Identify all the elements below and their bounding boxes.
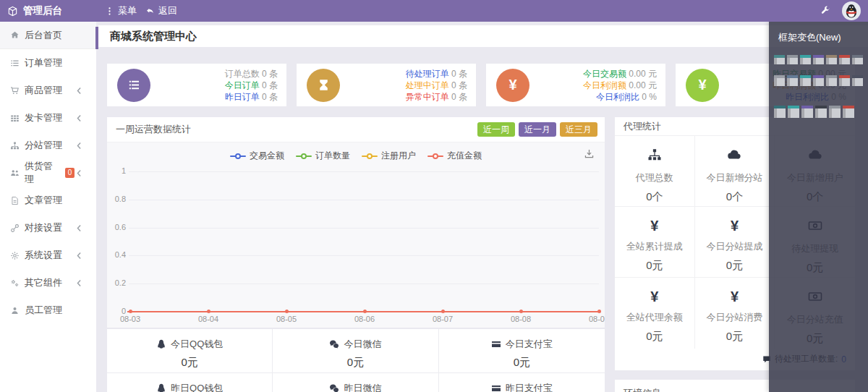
wrench-icon[interactable]	[820, 6, 830, 16]
theme-swatch[interactable]	[829, 106, 841, 118]
components-icon	[10, 278, 25, 288]
stat-card: ¥今日交易额 0.00 元今日利润额 0.00 元今日利润比 0 %	[486, 64, 665, 106]
payment-cell-head: 今日支付宝	[439, 338, 605, 351]
payments-grid: 今日QQ钱包0元今日微信0元今日支付宝0元昨日QQ钱包0元昨日微信0元昨日支付宝…	[107, 329, 605, 392]
legend-item[interactable]: 注册用户	[362, 150, 416, 162]
theme-swatch[interactable]	[852, 75, 863, 86]
range-button[interactable]: 近三月	[560, 122, 597, 137]
sidebar-item-system[interactable]: 系统设置	[0, 242, 96, 269]
sidebar-item-home[interactable]: 后台首页	[0, 22, 96, 49]
sidebar-item-label: 文章管理	[25, 194, 62, 207]
y-axis-label: 0.6	[107, 223, 126, 231]
theme-swatch[interactable]	[774, 75, 785, 86]
x-axis-label: 08-07	[421, 315, 464, 323]
theme-swatch[interactable]	[813, 55, 824, 64]
theme-swatch[interactable]	[839, 55, 850, 64]
menu-button-label: 菜单	[118, 4, 137, 17]
legend-item[interactable]: 充值金额	[427, 150, 482, 162]
sidebar-item-products[interactable]: 商品管理	[0, 77, 96, 104]
stat-value: 0 条	[449, 92, 467, 102]
theme-swatch[interactable]	[826, 55, 837, 64]
wechat-icon	[329, 383, 339, 392]
theme-swatch[interactable]	[813, 75, 824, 86]
theme-swatch[interactable]	[852, 55, 863, 64]
chevron-left-icon	[75, 169, 89, 178]
menu-button[interactable]: 菜单	[105, 4, 137, 17]
yuan-symbol-icon: ¥	[615, 218, 694, 234]
agent-cell: 代理总数0个	[615, 136, 695, 207]
theme-swatch-sidebar	[788, 108, 791, 118]
stat-label: 处理中订单	[406, 80, 449, 90]
theme-swatch[interactable]	[815, 106, 827, 118]
stat-value: 0 条	[449, 69, 467, 79]
agent-cell-label: 今日分站消费	[695, 311, 775, 324]
grid-line	[129, 200, 599, 200]
sitemap-icon	[647, 147, 662, 163]
range-button[interactable]: 近一周	[477, 122, 515, 137]
avatar[interactable]	[842, 1, 861, 20]
stat-value: 0 条	[260, 69, 278, 79]
legend-ring	[301, 153, 307, 159]
agent-cell-value: 0元	[695, 330, 775, 344]
theme-swatch[interactable]	[826, 75, 837, 86]
agent-cell: ¥今日分站提成0元	[695, 207, 775, 278]
y-axis-label: 0.8	[107, 195, 126, 203]
theme-swatch[interactable]	[800, 75, 811, 86]
sidebar-item-substations[interactable]: 分站管理	[0, 132, 96, 159]
theme-swatch[interactable]	[774, 55, 785, 64]
menu-dots-icon	[105, 7, 114, 16]
download-icon[interactable]	[584, 148, 595, 159]
theme-swatch[interactable]	[788, 106, 799, 118]
chevron-left-icon	[75, 251, 89, 260]
legend-marker	[362, 153, 378, 160]
supply-badge: 0	[65, 168, 75, 178]
home-icon	[10, 30, 25, 40]
legend-label: 充值金额	[447, 150, 482, 162]
payment-cell: 今日微信0元	[273, 329, 438, 373]
stat-value: 0.00 元	[626, 80, 657, 90]
theme-swatch-sidebar	[774, 108, 777, 118]
stat-row: 订单总数 0 条	[225, 68, 278, 80]
app-title: 管理后台	[23, 4, 62, 17]
sidebar-item-staff[interactable]: 员工管理	[0, 297, 96, 324]
legend-label: 订单数量	[315, 150, 350, 162]
environment-title: 环境信息	[624, 388, 661, 392]
sidebar-item-label: 发卡管理	[25, 111, 62, 124]
stat-label: 今日订单	[225, 80, 260, 90]
page-title: 商城系统管理中心	[110, 30, 197, 43]
legend-item[interactable]: 订单数量	[296, 150, 350, 162]
sidebar-item-articles[interactable]: 文章管理	[0, 187, 96, 214]
stat-row: 异常中订单 0 条	[406, 91, 467, 103]
payments-panel: 今日QQ钱包0元今日微信0元今日支付宝0元昨日QQ钱包0元昨日微信0元昨日支付宝…	[107, 329, 605, 392]
theme-swatch[interactable]	[801, 106, 813, 118]
stat-label: 异常中订单	[406, 92, 449, 102]
range-button[interactable]: 近一月	[519, 122, 556, 137]
theme-swatch[interactable]	[787, 55, 798, 64]
back-button[interactable]: 返回	[145, 4, 177, 17]
grid-line	[129, 255, 599, 256]
theme-swatch[interactable]	[843, 106, 854, 118]
stat-row: 今日利润比 0 %	[583, 91, 657, 103]
sidebar-item-cards[interactable]: 发卡管理	[0, 104, 96, 132]
stat-row: 今日订单 0 条	[225, 80, 278, 91]
stat-label: 订单总数	[225, 69, 260, 79]
theme-swatch[interactable]	[800, 55, 811, 64]
theme-swatch-sidebar	[800, 78, 803, 86]
theme-swatch-sidebar	[815, 108, 818, 118]
agent-cell: ¥全站代理余额0元	[615, 278, 695, 349]
sidebar-item-components[interactable]: 其它组件	[0, 269, 96, 297]
sidebar-scrollbar-thumb[interactable]	[95, 27, 98, 49]
sidebar-item-supply[interactable]: 供货管理0	[0, 159, 96, 187]
legend-ring	[367, 153, 373, 159]
theme-swatch-sidebar	[774, 58, 777, 64]
agent-cell: ¥全站累计提成0元	[615, 207, 695, 278]
theme-swatch[interactable]	[774, 106, 786, 118]
sidebar-item-orders[interactable]: 订单管理	[0, 49, 96, 77]
sidebar-item-integration[interactable]: 对接设置	[0, 214, 96, 242]
theme-swatch[interactable]	[787, 75, 798, 86]
theme-swatch[interactable]	[839, 75, 850, 86]
legend-label: 注册用户	[381, 150, 416, 162]
payment-cell: 昨日支付宝0元	[439, 373, 605, 392]
chart-area: 交易金额订单数量注册用户充值金额 10.80.60.40.2008-0308-0…	[107, 142, 605, 328]
legend-item[interactable]: 交易金额	[230, 150, 284, 162]
